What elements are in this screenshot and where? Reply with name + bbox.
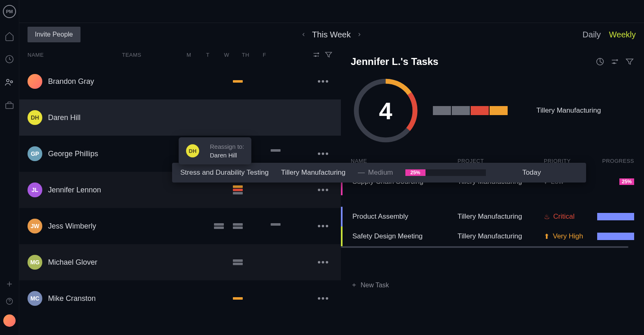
panel-title: Jennifer L.'s Tasks [351, 56, 596, 67]
task-progress [597, 233, 634, 240]
avatar: JW [28, 219, 42, 233]
day-cells [209, 223, 304, 229]
week-label: This Week [312, 30, 351, 39]
person-name: Jess Wimberly [48, 222, 96, 231]
drag-project: Tillery Manufacturing [281, 169, 345, 177]
avatar: DH [28, 110, 42, 125]
view-daily[interactable]: Daily [582, 30, 600, 39]
briefcase-icon[interactable] [5, 100, 14, 110]
toolbar: Invite People This Week Daily Weekly [19, 23, 644, 46]
task-priority: ♨Critical [544, 213, 597, 221]
task-row[interactable]: Product Assembly Tillery Manufacturing ♨… [341, 207, 644, 226]
topbar [19, 0, 644, 23]
avatar: MC [28, 291, 42, 306]
arrow-up-icon: ⬆ [544, 232, 550, 241]
person-name: George Phillips [48, 150, 98, 158]
tooltip-label: Reassign to: [210, 142, 244, 151]
new-task-button[interactable]: ＋ New Task [341, 273, 644, 298]
drag-due: Today [522, 169, 541, 177]
col-mon: M [179, 52, 198, 58]
sidebar: PM [0, 0, 19, 335]
task-project: Tillery Manufacturing [458, 232, 544, 240]
drag-priority: —Medium [358, 169, 393, 177]
task-pane: Jennifer L.'s Tasks 4 [341, 46, 644, 335]
add-icon[interactable] [5, 280, 14, 288]
legend-bars [433, 106, 508, 115]
next-week-button[interactable] [356, 30, 362, 39]
person-name: Jennifer Lennon [48, 186, 101, 194]
col-name[interactable]: NAME [28, 52, 122, 58]
tooltip-name: Daren Hill [210, 151, 244, 159]
invite-people-button[interactable]: Invite People [28, 27, 80, 42]
avatar: JL [28, 183, 42, 197]
task-gauge: 4 [351, 76, 421, 146]
settings-icon[interactable] [610, 57, 619, 66]
home-icon[interactable] [5, 31, 14, 41]
task-priority: ⬆Very High [544, 232, 597, 241]
app-logo[interactable]: PM [3, 5, 16, 18]
svg-point-2 [11, 81, 13, 83]
filter-icon[interactable] [625, 57, 634, 66]
day-cells [209, 259, 304, 265]
settings-icon[interactable] [312, 51, 320, 59]
person-name: Brandon Gray [48, 77, 94, 86]
person-row[interactable]: MG Michael Glover ••• [19, 244, 341, 280]
avatar: DH [186, 144, 199, 157]
row-menu-button[interactable]: ••• [317, 221, 329, 231]
current-user-avatar[interactable] [3, 314, 16, 327]
task-progress: 25% [597, 178, 634, 185]
col-tue: T [198, 52, 217, 58]
svg-point-8 [616, 60, 618, 61]
week-navigator: This Week [80, 30, 583, 39]
people-header: NAME TEAMS M T W TH F [19, 46, 341, 63]
drag-task-name: Stress and Durability Testing [180, 169, 269, 177]
col-teams[interactable]: TEAMS [122, 52, 179, 58]
person-row[interactable]: DH Daren Hill [19, 99, 341, 136]
row-menu-button[interactable]: ••• [317, 257, 329, 268]
view-weekly[interactable]: Weekly [609, 30, 636, 39]
reassign-tooltip: DH Reassign to: Daren Hill [179, 137, 251, 164]
workload-bar [233, 80, 243, 83]
col-fri: F [255, 52, 274, 58]
people-pane: NAME TEAMS M T W TH F Brandon Gray [19, 46, 341, 335]
dragged-task[interactable]: Stress and Durability Testing Tillery Ma… [172, 163, 586, 183]
gauge-value: 4 [351, 76, 421, 146]
people-icon[interactable] [5, 77, 14, 87]
day-cells [209, 185, 304, 194]
person-row[interactable]: MC Mike Cranston ••• [19, 280, 341, 317]
avatar: MG [28, 255, 42, 270]
task-name: Safety Design Meeting [352, 232, 458, 240]
task-project: Tillery Manufacturing [458, 213, 544, 221]
person-row[interactable]: JW Jess Wimberly ••• [19, 208, 341, 244]
col-wed: W [217, 52, 236, 58]
row-menu-button[interactable]: ••• [317, 293, 329, 304]
plus-icon: ＋ [351, 281, 357, 289]
legend-label: Tillery Manufacturing [536, 106, 601, 115]
clock-icon[interactable] [5, 54, 14, 64]
chart-icon[interactable] [596, 57, 605, 66]
row-menu-button[interactable]: ••• [317, 185, 329, 195]
prev-week-button[interactable] [301, 30, 306, 39]
svg-point-1 [7, 79, 9, 82]
row-menu-button[interactable]: ••• [317, 148, 329, 159]
day-cells [209, 297, 304, 300]
person-name: Daren Hill [48, 113, 80, 122]
col-task-progress[interactable]: PROGRESS [597, 158, 634, 164]
day-cells [209, 80, 304, 83]
fire-icon: ♨ [544, 213, 550, 221]
col-thu: TH [236, 52, 255, 58]
person-name: Mike Cranston [48, 294, 96, 303]
drag-progress: 25% [405, 169, 486, 176]
avatar [28, 74, 42, 89]
task-row[interactable]: Safety Design Meeting Tillery Manufactur… [341, 226, 644, 246]
person-name: Michael Glover [48, 258, 97, 267]
task-progress [597, 213, 634, 220]
row-menu-button[interactable]: ••• [317, 76, 329, 87]
task-name: Product Assembly [352, 213, 458, 221]
filter-icon[interactable] [324, 51, 333, 59]
person-row[interactable]: Brandon Gray ••• [19, 63, 341, 99]
avatar: GP [28, 146, 42, 161]
dash-icon: — [358, 169, 365, 177]
help-icon[interactable] [5, 297, 14, 305]
svg-rect-3 [6, 104, 13, 109]
